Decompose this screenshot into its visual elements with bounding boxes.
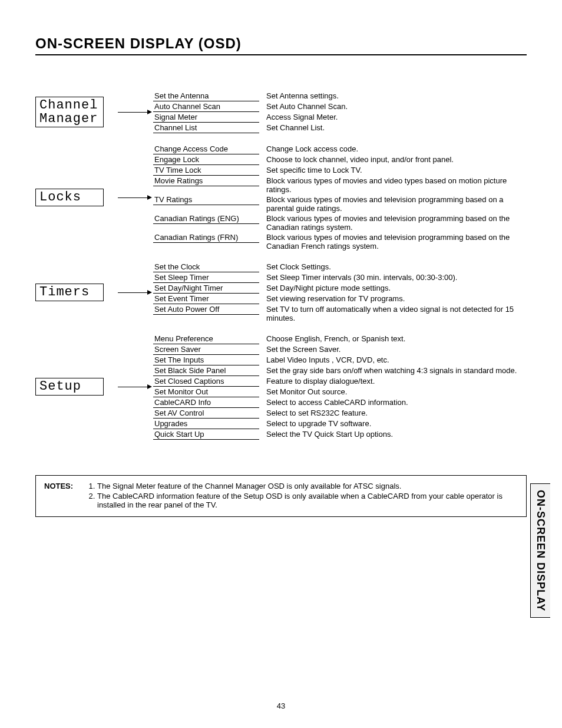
item-row: Set AV ControlSelect to set RS232C featu… bbox=[153, 408, 527, 419]
item-desc: Select to set RS232C feature. bbox=[259, 408, 527, 418]
arrow-icon bbox=[118, 380, 153, 394]
item-desc: Change Lock access code. bbox=[259, 144, 527, 154]
item-name: Set Day/Night Timer bbox=[153, 283, 259, 294]
item-row: Change Access CodeChange Lock access cod… bbox=[153, 144, 527, 154]
item-name: TV Ratings bbox=[153, 195, 259, 205]
item-desc: Set Clock Settings. bbox=[259, 262, 527, 272]
item-rows: Menu PreferenceChoose English, French, o… bbox=[153, 334, 527, 440]
item-name: Engage Lock bbox=[153, 154, 259, 165]
item-desc: Choose to lock channel, video input, and… bbox=[259, 154, 527, 164]
item-rows: Set the ClockSet Clock Settings.Set Slee… bbox=[153, 262, 527, 323]
item-row: Screen SaverSet the Screen Saver. bbox=[153, 344, 527, 355]
category-box: Timers bbox=[35, 284, 104, 301]
item-desc: Select to access CableCARD information. bbox=[259, 397, 527, 407]
item-row: Set Closed CaptionsFeature to display di… bbox=[153, 376, 527, 387]
category-wrap: Channel Manager bbox=[35, 97, 118, 127]
item-rows: Set the AntennaSet Antenna settings.Auto… bbox=[153, 91, 527, 133]
item-row: Quick Start UpSelect the TV Quick Start … bbox=[153, 429, 527, 440]
category-box: Channel Manager bbox=[35, 97, 104, 127]
item-row: Channel ListSet Channel List. bbox=[153, 123, 527, 133]
item-row: Signal MeterAccess Signal Meter. bbox=[153, 112, 527, 123]
item-name: CableCARD Info bbox=[153, 397, 259, 408]
item-row: Set Event TimerSet viewing reservation f… bbox=[153, 294, 527, 304]
item-name: Screen Saver bbox=[153, 344, 259, 355]
item-row: Menu PreferenceChoose English, French, o… bbox=[153, 334, 527, 344]
osd-section: SetupMenu PreferenceChoose English, Fren… bbox=[35, 334, 527, 440]
item-desc: Set Auto Channel Scan. bbox=[259, 101, 527, 111]
category-box: Setup bbox=[35, 378, 104, 395]
sections-container: Channel ManagerSet the AntennaSet Antenn… bbox=[35, 91, 527, 440]
item-row: UpgradesSelect to upgrade TV software. bbox=[153, 419, 527, 429]
item-row: Set Black Side PanelSet the gray side ba… bbox=[153, 365, 527, 376]
item-desc: Set Monitor Out source. bbox=[259, 387, 527, 397]
item-desc: Select the TV Quick Start Up options. bbox=[259, 429, 527, 439]
item-name: Auto Channel Scan bbox=[153, 101, 259, 112]
item-row: Set Sleep TimerSet Sleep Timer intervals… bbox=[153, 272, 527, 283]
item-desc: Access Signal Meter. bbox=[259, 112, 527, 122]
page-title: ON-SCREEN DISPLAY (OSD) bbox=[35, 35, 527, 55]
item-name: Set Monitor Out bbox=[153, 387, 259, 397]
category-box: Locks bbox=[35, 189, 104, 206]
item-name: Set AV Control bbox=[153, 408, 259, 419]
item-desc: Select to upgrade TV software. bbox=[259, 419, 527, 429]
note-item: The Signal Meter feature of the Channel … bbox=[97, 482, 518, 490]
item-name: Channel List bbox=[153, 123, 259, 133]
page-number: 43 bbox=[0, 701, 562, 710]
item-row: TV RatingsBlock various types of movies … bbox=[153, 195, 527, 213]
item-name: Quick Start Up bbox=[153, 429, 259, 440]
item-desc: Set the Screen Saver. bbox=[259, 344, 527, 354]
category-wrap: Setup bbox=[35, 378, 118, 395]
item-desc: Feature to display dialogue/text. bbox=[259, 376, 527, 386]
notes-box: NOTES: The Signal Meter feature of the C… bbox=[35, 475, 527, 517]
item-name: Set the Antenna bbox=[153, 91, 259, 101]
osd-section: TimersSet the ClockSet Clock Settings.Se… bbox=[35, 262, 527, 323]
item-row: Set The InputsLabel Video Inputs , VCR, … bbox=[153, 355, 527, 365]
osd-section: LocksChange Access CodeChange Lock acces… bbox=[35, 144, 527, 251]
item-name: Set Closed Captions bbox=[153, 376, 259, 387]
item-name: Set Auto Power Off bbox=[153, 304, 259, 315]
item-row: Set the ClockSet Clock Settings. bbox=[153, 262, 527, 272]
item-rows: Change Access CodeChange Lock access cod… bbox=[153, 144, 527, 251]
item-name: TV Time Lock bbox=[153, 165, 259, 176]
item-row: Movie RatingsBlock various types of movi… bbox=[153, 176, 527, 195]
item-name: Canadian Ratings (ENG) bbox=[153, 213, 259, 224]
arrow-icon bbox=[118, 285, 153, 299]
item-name: Canadian Ratings (FRN) bbox=[153, 232, 259, 243]
category-wrap: Locks bbox=[35, 189, 118, 206]
item-desc: Block various types of movies and televi… bbox=[259, 232, 527, 251]
item-name: Upgrades bbox=[153, 419, 259, 429]
notes-list: The Signal Meter feature of the Channel … bbox=[85, 482, 518, 510]
item-desc: Block various types of movies and televi… bbox=[259, 195, 527, 213]
item-row: TV Time LockSet specific time to Lock TV… bbox=[153, 165, 527, 176]
item-desc: Set viewing reservation for TV programs. bbox=[259, 294, 527, 304]
item-name: Signal Meter bbox=[153, 112, 259, 123]
item-name: Set Event Timer bbox=[153, 294, 259, 304]
item-row: Auto Channel ScanSet Auto Channel Scan. bbox=[153, 101, 527, 112]
item-row: Set Auto Power OffSet TV to turn off aut… bbox=[153, 304, 527, 323]
item-row: Set Monitor OutSet Monitor Out source. bbox=[153, 387, 527, 397]
item-row: Set Day/Night TimerSet Day/Night picture… bbox=[153, 283, 527, 294]
item-name: Set Black Side Panel bbox=[153, 365, 259, 376]
item-row: CableCARD InfoSelect to access CableCARD… bbox=[153, 397, 527, 408]
item-name: Set Sleep Timer bbox=[153, 272, 259, 283]
item-desc: Set TV to turn off automatically when a … bbox=[259, 304, 527, 323]
notes-label: NOTES: bbox=[44, 482, 85, 510]
item-name: Menu Preference bbox=[153, 334, 259, 344]
item-desc: Block various types of movies and video … bbox=[259, 176, 527, 195]
category-wrap: Timers bbox=[35, 284, 118, 301]
item-desc: Set Day/Night picture mode settings. bbox=[259, 283, 527, 293]
item-row: Set the AntennaSet Antenna settings. bbox=[153, 91, 527, 101]
item-desc: Set Channel List. bbox=[259, 123, 527, 133]
item-desc: Block various types of movies and televi… bbox=[259, 213, 527, 232]
item-desc: Choose English, French, or Spanish text. bbox=[259, 334, 527, 344]
item-desc: Label Video Inputs , VCR, DVD, etc. bbox=[259, 355, 527, 365]
item-name: Set the Clock bbox=[153, 262, 259, 272]
item-name: Set The Inputs bbox=[153, 355, 259, 365]
item-desc: Set specific time to Lock TV. bbox=[259, 165, 527, 175]
item-name: Movie Ratings bbox=[153, 176, 259, 186]
item-row: Canadian Ratings (FRN)Block various type… bbox=[153, 232, 527, 251]
arrow-icon bbox=[118, 190, 153, 205]
item-desc: Set Sleep Timer intervals (30 min. inter… bbox=[259, 272, 527, 282]
note-item: The CableCARD information feature of the… bbox=[97, 492, 518, 509]
side-tab: ON-SCREEN DISPLAY bbox=[530, 483, 550, 618]
